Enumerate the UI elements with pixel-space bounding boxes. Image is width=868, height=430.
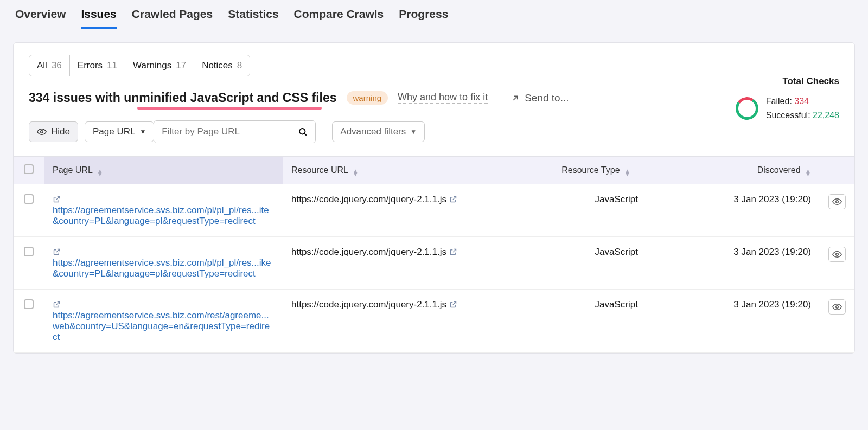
row-checkbox[interactable]	[24, 247, 34, 256]
send-to-label: Send to...	[525, 92, 569, 104]
totals-title: Total Checks	[782, 76, 839, 87]
tab-overview[interactable]: Overview	[15, 8, 66, 29]
resource-type: JavaScript	[595, 247, 638, 257]
tab-progress[interactable]: Progress	[399, 8, 448, 29]
page-url-dropdown[interactable]: Page URL ▼	[85, 121, 154, 142]
filter-pills: All 36 Errors 11 Warnings 17 Notices 8	[14, 43, 854, 76]
external-link-icon[interactable]	[53, 247, 61, 257]
row-checkbox[interactable]	[24, 299, 34, 309]
external-link-icon[interactable]	[53, 299, 61, 310]
hide-label: Hide	[51, 126, 70, 137]
resource-url: https://code.jquery.com/jquery-2.1.1.js	[291, 299, 446, 310]
view-button[interactable]	[828, 299, 846, 315]
sort-icon: ▲▼	[353, 169, 359, 176]
discovered-date: 3 Jan 2023 (19:20)	[733, 194, 811, 204]
table-row: https://agreementservice.svs.biz.com/pl/…	[14, 184, 854, 237]
advanced-filters-button[interactable]: Advanced filters ▼	[332, 121, 425, 142]
discovered-date: 3 Jan 2023 (19:20)	[733, 299, 811, 310]
share-arrow-icon	[510, 93, 520, 103]
tab-compare-crawls[interactable]: Compare Crawls	[294, 8, 384, 29]
col-resource-type[interactable]: Resource Type ▲▼	[553, 157, 680, 184]
send-to-button[interactable]: Send to...	[510, 92, 569, 104]
sort-icon: ▲▼	[97, 169, 103, 176]
pill-label: Notices	[202, 60, 233, 71]
pill-count: 8	[237, 60, 242, 71]
pill-warnings[interactable]: Warnings 17	[125, 55, 194, 76]
resource-url: https://code.jquery.com/jquery-2.1.1.js	[291, 194, 446, 204]
search-button[interactable]	[290, 121, 315, 143]
pill-notices[interactable]: Notices 8	[194, 55, 250, 76]
col-page-url[interactable]: Page URL ▲▼	[44, 157, 283, 184]
svg-point-0	[41, 131, 43, 133]
highlight-underline	[137, 107, 322, 110]
sort-icon: ▲▼	[805, 169, 811, 176]
dropdown-label: Page URL	[93, 126, 135, 137]
pill-count: 36	[52, 60, 62, 71]
tab-issues[interactable]: Issues	[81, 8, 116, 29]
table-row: https://agreementservice.svs.biz.com/pl/…	[14, 237, 854, 290]
select-all-checkbox[interactable]	[24, 164, 34, 174]
resource-type: JavaScript	[595, 194, 638, 204]
resource-type: JavaScript	[595, 299, 638, 310]
table-row: https://agreementservice.svs.biz.com/res…	[14, 290, 854, 353]
col-discovered[interactable]: Discovered ▲▼	[680, 157, 820, 184]
issues-table: Page URL ▲▼ Resource URL ▲▼ Resource Typ…	[14, 156, 854, 353]
svg-point-3	[836, 253, 839, 256]
issue-header: 334 issues with unminified JavaScript an…	[14, 76, 854, 111]
resource-url: https://code.jquery.com/jquery-2.1.1.js	[291, 247, 446, 257]
controls-row: Hide Page URL ▼ Advanced filters ▼ Total…	[14, 111, 854, 156]
eye-icon	[37, 127, 47, 137]
chevron-down-icon: ▼	[139, 128, 146, 136]
search-icon	[298, 127, 308, 137]
failed-label: Failed:	[766, 97, 792, 106]
svg-point-2	[836, 201, 839, 203]
warning-badge: warning	[347, 91, 388, 105]
pill-count: 17	[176, 60, 186, 71]
external-link-icon[interactable]	[449, 247, 457, 257]
chevron-down-icon: ▼	[410, 128, 417, 136]
pill-label: Errors	[78, 60, 103, 71]
pill-errors[interactable]: Errors 11	[70, 55, 125, 76]
tab-statistics[interactable]: Statistics	[228, 8, 278, 29]
issues-panel: All 36 Errors 11 Warnings 17 Notices 8 3…	[13, 42, 855, 354]
page-url-link[interactable]: https://agreementservice.svs.biz.com/pl/…	[53, 258, 271, 279]
view-button[interactable]	[828, 194, 846, 209]
totals-ring-icon	[733, 95, 760, 121]
col-resource-url[interactable]: Resource URL ▲▼	[283, 157, 553, 184]
view-button[interactable]	[828, 247, 846, 262]
external-link-icon[interactable]	[449, 194, 457, 204]
issue-title: 334 issues with unminified JavaScript an…	[29, 91, 337, 105]
page-url-link[interactable]: https://agreementservice.svs.biz.com/res…	[53, 310, 270, 342]
filter-input[interactable]	[154, 121, 290, 143]
main-tabs: Overview Issues Crawled Pages Statistics…	[0, 0, 868, 29]
pill-label: Warnings	[133, 60, 171, 71]
tab-crawled-pages[interactable]: Crawled Pages	[132, 8, 213, 29]
pill-label: All	[37, 60, 47, 71]
totals-widget: Failed: 334 Successful: 22,248	[736, 94, 839, 122]
advanced-filters-label: Advanced filters	[340, 126, 406, 137]
fix-link[interactable]: Why and how to fix it	[398, 92, 488, 104]
sort-icon: ▲▼	[624, 169, 630, 176]
external-link-icon[interactable]	[53, 194, 61, 204]
svg-point-1	[299, 129, 305, 134]
discovered-date: 3 Jan 2023 (19:20)	[733, 247, 811, 257]
failed-count: 334	[794, 97, 809, 106]
pill-count: 11	[107, 60, 117, 71]
hide-button[interactable]: Hide	[29, 121, 78, 142]
external-link-icon[interactable]	[449, 299, 457, 310]
row-checkbox[interactable]	[24, 194, 34, 204]
page-url-link[interactable]: https://agreementservice.svs.biz.com/pl/…	[53, 205, 269, 226]
pill-all[interactable]: All 36	[29, 55, 70, 76]
svg-point-4	[836, 306, 839, 309]
successful-count: 22,248	[813, 111, 839, 120]
successful-label: Successful:	[766, 111, 810, 120]
